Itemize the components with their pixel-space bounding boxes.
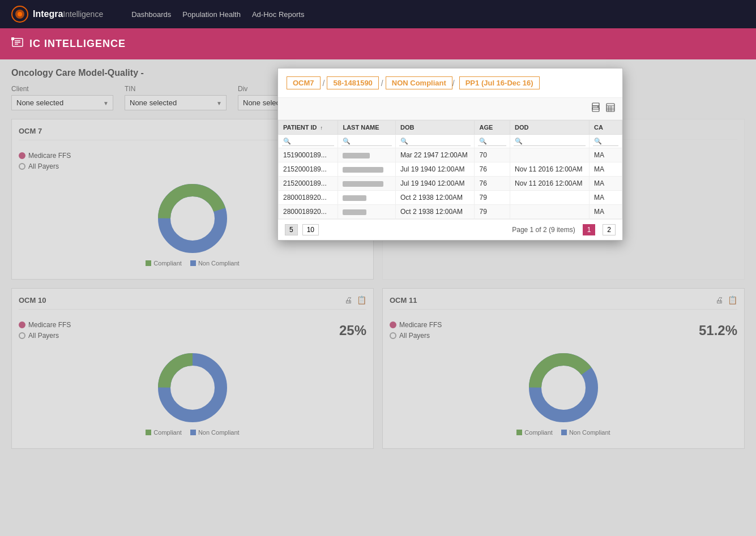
page-size-10[interactable]: 10 xyxy=(302,224,319,235)
modal-export-icon[interactable] xyxy=(605,102,616,115)
svg-rect-7 xyxy=(11,37,14,40)
breadcrumb-sep-2: / xyxy=(379,79,386,88)
ic-header-icon xyxy=(11,36,24,52)
logo: IntegraIntelligence xyxy=(11,6,103,23)
cell-dob: Jul 19 1940 12:00AM xyxy=(396,162,475,177)
cell-patient-id: 1519000189... xyxy=(279,148,338,162)
table-row: 2800018920...Oct 2 1938 12:00AM79MA xyxy=(279,205,622,219)
svg-point-19 xyxy=(597,106,599,108)
modal-breadcrumb: OCM7 / 58-1481590 / NON Compliant / PP1 … xyxy=(278,68,622,98)
col-last-name[interactable]: LAST NAME xyxy=(338,121,396,135)
page-content: Oncology Care Model-Quality - Client Non… xyxy=(0,59,756,536)
modal-box: OCM7 / 58-1481590 / NON Compliant / PP1 … xyxy=(277,68,623,241)
table-row: 2152000189...Jul 19 1940 12:00AM76Nov 11… xyxy=(279,162,622,177)
cell-age: 76 xyxy=(475,162,510,177)
logo-text: IntegraIntelligence xyxy=(33,9,103,19)
search-patient-id[interactable] xyxy=(279,135,338,148)
cell-dod: Nov 11 2016 12:00AM xyxy=(510,162,590,177)
data-table: PATIENT ID ↑ LAST NAME DOB AGE DOD CA xyxy=(278,120,622,219)
cell-dod: Nov 11 2016 12:00AM xyxy=(510,177,590,191)
search-last-name[interactable] xyxy=(338,135,396,148)
search-age-input[interactable] xyxy=(478,136,506,146)
nav-links: Dashboards Population Health Ad-Hoc Repo… xyxy=(131,10,304,19)
cell-dod xyxy=(510,191,590,205)
col-dod[interactable]: DOD xyxy=(510,121,590,135)
cell-ca: MA xyxy=(590,162,622,177)
cell-last-name xyxy=(338,162,396,177)
cell-dob: Oct 2 1938 12:00AM xyxy=(396,191,475,205)
cell-last-name xyxy=(338,205,396,219)
breadcrumb-sep-3: / xyxy=(452,79,457,88)
breadcrumb-pp1[interactable]: PP1 (Jul 16-Dec 16) xyxy=(459,76,540,89)
col-patient-id[interactable]: PATIENT ID ↑ xyxy=(279,121,338,135)
breadcrumb-ocm7[interactable]: OCM7 xyxy=(287,76,321,89)
cell-patient-id: 2800018920... xyxy=(279,205,338,219)
cell-last-name xyxy=(338,177,396,191)
search-dod-input[interactable] xyxy=(514,136,586,146)
cell-dod xyxy=(510,148,590,162)
cell-dod xyxy=(510,205,590,219)
pagination-row: 5 10 Page 1 of 2 (9 items) 1 2 xyxy=(278,219,622,240)
top-navigation: IntegraIntelligence Dashboards Populatio… xyxy=(0,0,756,28)
page-size-5[interactable]: 5 xyxy=(285,224,298,235)
col-ca[interactable]: CA xyxy=(590,121,622,135)
cell-age: 76 xyxy=(475,177,510,191)
table-body: 1519000189...Mar 22 1947 12:00AM70MA2152… xyxy=(279,135,622,219)
svg-point-2 xyxy=(18,12,22,16)
search-last-name-input[interactable] xyxy=(341,136,392,146)
cell-ca: MA xyxy=(590,177,622,191)
modal-print-icon[interactable] xyxy=(591,102,601,115)
table-search-row xyxy=(279,135,622,148)
cell-last-name xyxy=(338,191,396,205)
breadcrumb-tin[interactable]: 58-1481590 xyxy=(327,76,378,89)
cell-patient-id: 2152000189... xyxy=(279,162,338,177)
search-ca-input[interactable] xyxy=(593,136,618,146)
cell-patient-id: 2800018920... xyxy=(279,191,338,205)
search-dob-input[interactable] xyxy=(399,136,471,146)
cell-patient-id: 2152000189... xyxy=(279,177,338,191)
search-age[interactable] xyxy=(475,135,510,148)
table-row: 1519000189...Mar 22 1947 12:00AM70MA xyxy=(279,148,622,162)
table-row: 2152000189...Jul 19 1940 12:00AM76Nov 11… xyxy=(279,177,622,191)
search-patient-id-input[interactable] xyxy=(282,136,334,146)
cell-dob: Mar 22 1947 12:00AM xyxy=(396,148,475,162)
page-num-2[interactable]: 2 xyxy=(603,224,616,235)
page-num-1[interactable]: 1 xyxy=(583,224,596,235)
cell-dob: Oct 2 1938 12:00AM xyxy=(396,205,475,219)
col-dob[interactable]: DOB xyxy=(396,121,475,135)
table-header-row: PATIENT ID ↑ LAST NAME DOB AGE DOD CA xyxy=(279,121,622,135)
search-ca[interactable] xyxy=(590,135,622,148)
cell-ca: MA xyxy=(590,191,622,205)
cell-age: 70 xyxy=(475,148,510,162)
nav-population-health[interactable]: Population Health xyxy=(182,10,241,19)
col-age[interactable]: AGE xyxy=(475,121,510,135)
page-info: Page 1 of 2 (9 items) xyxy=(512,226,575,234)
modal-table-wrapper: PATIENT ID ↑ LAST NAME DOB AGE DOD CA xyxy=(278,120,622,219)
svg-rect-17 xyxy=(592,103,599,106)
cell-ca: MA xyxy=(590,148,622,162)
cell-age: 79 xyxy=(475,191,510,205)
svg-rect-20 xyxy=(606,104,614,112)
nav-adhoc-reports[interactable]: Ad-Hoc Reports xyxy=(252,10,304,19)
ic-header-title: IC INTELLIGENCE xyxy=(29,38,126,50)
modal-toolbar xyxy=(278,98,622,120)
breadcrumb-non-compliant[interactable]: NON Compliant xyxy=(386,76,452,89)
cell-last-name xyxy=(338,148,396,162)
cell-age: 79 xyxy=(475,205,510,219)
nav-dashboards[interactable]: Dashboards xyxy=(131,10,171,19)
search-dob[interactable] xyxy=(396,135,475,148)
search-dod[interactable] xyxy=(510,135,590,148)
cell-ca: MA xyxy=(590,205,622,219)
table-row: 2800018920...Oct 2 1938 12:00AM79MA xyxy=(279,191,622,205)
cell-dob: Jul 19 1940 12:00AM xyxy=(396,177,475,191)
ic-header: IC INTELLIGENCE xyxy=(0,28,756,59)
breadcrumb-sep-1: / xyxy=(321,79,327,88)
logo-icon xyxy=(11,6,28,23)
